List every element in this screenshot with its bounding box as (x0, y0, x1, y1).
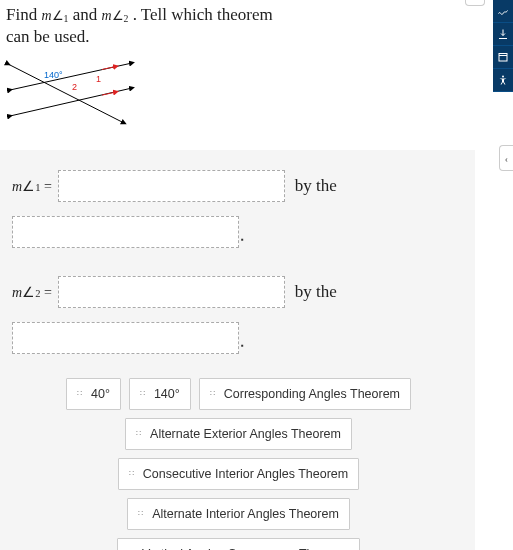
geometry-figure: 140° 1 2 (4, 58, 139, 132)
m-angle-1-label: m∠1 = (12, 178, 52, 195)
given-angle-label: 140° (44, 70, 63, 80)
choice-chip[interactable]: ∷Alternate Exterior Angles Theorem (125, 418, 352, 450)
angle-2-value-slot[interactable] (58, 276, 285, 308)
panel-toggle-button[interactable] (465, 0, 485, 6)
grip-icon: ∷ (136, 432, 144, 436)
choice-label: Consecutive Interior Angles Theorem (143, 467, 348, 481)
grip-icon: ∷ (138, 512, 146, 516)
svg-point-1 (502, 76, 504, 78)
svg-line-4 (102, 67, 116, 70)
choice-label: 140° (154, 387, 180, 401)
calendar-icon[interactable] (493, 46, 513, 69)
svg-line-5 (102, 92, 116, 95)
answer-row-1-value: m∠1 = by the (12, 170, 465, 202)
answer-area: m∠1 = by the ▪ m∠2 = by the ▪ ∷40° ∷140°… (0, 150, 475, 550)
grip-icon: ∷ (210, 392, 218, 396)
choice-label: Alternate Interior Angles Theorem (152, 507, 339, 521)
sidebar-icon-1[interactable] (493, 0, 513, 23)
choice-chip[interactable]: ∷Corresponding Angles Theorem (199, 378, 411, 410)
question-prompt: Find m∠1 and m∠2 . Tell which theorem ca… (0, 0, 300, 48)
choice-label: Corresponding Angles Theorem (224, 387, 400, 401)
prompt-mid: and (68, 5, 101, 24)
grip-icon: ∷ (140, 392, 148, 396)
utility-sidebar (493, 0, 513, 92)
by-the-2: by the (295, 282, 337, 302)
answer-row-2-value: m∠2 = by the (12, 276, 465, 308)
answer-row-2-theorem: ▪ (12, 322, 465, 354)
by-the-1: by the (295, 176, 337, 196)
prompt-pre: Find (6, 5, 41, 24)
angle-1-value-slot[interactable] (58, 170, 285, 202)
grip-icon: ∷ (77, 392, 85, 396)
chevron-left-icon: ‹ (505, 153, 508, 164)
angle-1-label: 1 (96, 74, 101, 84)
choice-chip[interactable]: ∷140° (129, 378, 191, 410)
grip-icon: ∷ (129, 472, 137, 476)
period-1: ▪ (241, 235, 244, 244)
answer-row-1-theorem: ▪ (12, 216, 465, 248)
accessibility-icon[interactable] (493, 69, 513, 92)
angle-2-label: 2 (72, 82, 77, 92)
choice-chip[interactable]: ∷40° (66, 378, 121, 410)
m-angle-2-label: m∠2 = (12, 284, 52, 301)
angle-1-theorem-slot[interactable] (12, 216, 239, 248)
period-2: ▪ (241, 341, 244, 350)
choice-chip[interactable]: ∷Alternate Interior Angles Theorem (127, 498, 350, 530)
choice-label: 40° (91, 387, 110, 401)
choice-chip[interactable]: ∷Vertical Angles Congruence Theorem (117, 538, 360, 550)
choice-label: Alternate Exterior Angles Theorem (150, 427, 341, 441)
collapse-panel-button[interactable]: ‹ (499, 145, 513, 171)
svg-rect-0 (499, 54, 507, 62)
answer-choices-bank: ∷40° ∷140° ∷Corresponding Angles Theorem… (12, 378, 465, 550)
download-icon[interactable] (493, 23, 513, 46)
choice-chip[interactable]: ∷Consecutive Interior Angles Theorem (118, 458, 359, 490)
angle-2-theorem-slot[interactable] (12, 322, 239, 354)
